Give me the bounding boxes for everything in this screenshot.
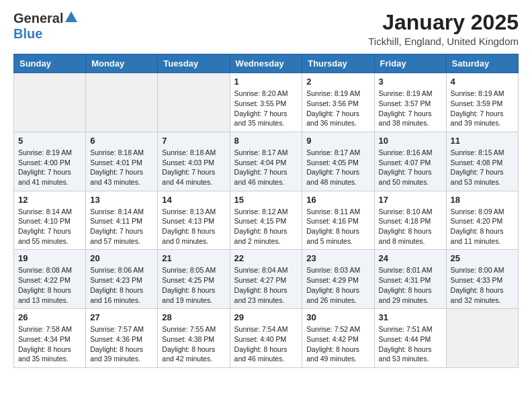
day-info: Sunrise: 7:58 AMSunset: 4:34 PMDaylight:… (18, 324, 81, 364)
day-info: Sunrise: 8:20 AMSunset: 3:55 PMDaylight:… (234, 89, 298, 128)
day-number: 5 (18, 136, 81, 146)
day-info: Sunrise: 8:15 AMSunset: 4:08 PMDaylight:… (451, 148, 514, 187)
day-number: 14 (162, 195, 225, 205)
page: General Blue January 2025 Tickhill, Engl… (0, 0, 532, 379)
calendar-day-cell: 19Sunrise: 8:08 AMSunset: 4:22 PMDayligh… (14, 250, 86, 309)
day-info: Sunrise: 7:52 AMSunset: 4:42 PMDaylight:… (306, 324, 369, 364)
week-row-5: 26Sunrise: 7:58 AMSunset: 4:34 PMDayligh… (14, 309, 519, 368)
day-number: 31 (379, 312, 442, 322)
day-number: 17 (379, 195, 442, 205)
month-title: January 2025 (368, 11, 519, 34)
calendar-day-cell: 21Sunrise: 8:05 AMSunset: 4:25 PMDayligh… (158, 250, 230, 309)
day-number: 22 (234, 253, 298, 263)
day-number: 29 (234, 312, 298, 322)
calendar-day-cell: 5Sunrise: 8:19 AMSunset: 4:00 PMDaylight… (14, 132, 86, 191)
day-number: 25 (451, 253, 514, 263)
day-number: 10 (379, 136, 442, 146)
calendar-day-cell (158, 73, 230, 132)
day-number: 19 (18, 253, 81, 263)
calendar-day-cell: 4Sunrise: 8:19 AMSunset: 3:59 PMDaylight… (446, 73, 518, 132)
calendar-day-cell: 24Sunrise: 8:01 AMSunset: 4:31 PMDayligh… (374, 250, 446, 309)
day-info: Sunrise: 8:18 AMSunset: 4:01 PMDaylight:… (90, 148, 153, 187)
calendar-day-cell: 31Sunrise: 7:51 AMSunset: 4:44 PMDayligh… (374, 309, 446, 368)
day-number: 12 (18, 195, 81, 205)
day-info: Sunrise: 8:12 AMSunset: 4:15 PMDaylight:… (234, 207, 298, 246)
day-number: 3 (379, 77, 442, 87)
calendar-day-cell: 28Sunrise: 7:55 AMSunset: 4:38 PMDayligh… (158, 309, 230, 368)
calendar-day-cell: 9Sunrise: 8:17 AMSunset: 4:05 PMDaylight… (302, 132, 374, 191)
day-info: Sunrise: 7:55 AMSunset: 4:38 PMDaylight:… (162, 324, 225, 364)
calendar-day-cell: 14Sunrise: 8:13 AMSunset: 4:13 PMDayligh… (158, 191, 230, 250)
day-info: Sunrise: 8:19 AMSunset: 3:56 PMDaylight:… (306, 89, 369, 128)
day-number: 27 (90, 312, 153, 322)
calendar-day-cell: 12Sunrise: 8:14 AMSunset: 4:10 PMDayligh… (14, 191, 86, 250)
day-info: Sunrise: 8:10 AMSunset: 4:18 PMDaylight:… (379, 207, 442, 246)
day-number: 28 (162, 312, 225, 322)
day-number: 30 (306, 312, 369, 322)
calendar-day-cell (446, 309, 518, 368)
day-info: Sunrise: 8:19 AMSunset: 3:57 PMDaylight:… (379, 89, 442, 128)
day-info: Sunrise: 8:06 AMSunset: 4:23 PMDaylight:… (90, 265, 153, 305)
day-info: Sunrise: 8:04 AMSunset: 4:27 PMDaylight:… (234, 265, 298, 305)
day-number: 2 (306, 77, 369, 87)
calendar-day-cell: 6Sunrise: 8:18 AMSunset: 4:01 PMDaylight… (86, 132, 158, 191)
day-number: 6 (90, 136, 153, 146)
svg-marker-0 (65, 11, 77, 22)
day-number: 16 (306, 195, 369, 205)
calendar-day-cell: 2Sunrise: 8:19 AMSunset: 3:56 PMDaylight… (302, 73, 374, 132)
calendar-day-cell: 18Sunrise: 8:09 AMSunset: 4:20 PMDayligh… (446, 191, 518, 250)
day-info: Sunrise: 8:14 AMSunset: 4:11 PMDaylight:… (90, 207, 153, 246)
logo-blue: Blue (13, 26, 42, 41)
logo: General Blue (13, 11, 77, 42)
calendar-day-cell: 29Sunrise: 7:54 AMSunset: 4:40 PMDayligh… (230, 309, 302, 368)
calendar-day-cell: 11Sunrise: 8:15 AMSunset: 4:08 PMDayligh… (446, 132, 518, 191)
logo-general: General (13, 11, 63, 26)
day-number: 23 (306, 253, 369, 263)
day-info: Sunrise: 8:11 AMSunset: 4:16 PMDaylight:… (306, 207, 369, 246)
day-info: Sunrise: 8:05 AMSunset: 4:25 PMDaylight:… (162, 265, 225, 305)
calendar-day-cell: 26Sunrise: 7:58 AMSunset: 4:34 PMDayligh… (14, 309, 86, 368)
day-number: 15 (234, 195, 298, 205)
calendar-day-cell: 1Sunrise: 8:20 AMSunset: 3:55 PMDaylight… (230, 73, 302, 132)
calendar-day-cell: 25Sunrise: 8:00 AMSunset: 4:33 PMDayligh… (446, 250, 518, 309)
day-info: Sunrise: 8:08 AMSunset: 4:22 PMDaylight:… (18, 265, 81, 305)
day-number: 8 (234, 136, 298, 146)
calendar-day-cell: 16Sunrise: 8:11 AMSunset: 4:16 PMDayligh… (302, 191, 374, 250)
calendar-day-cell: 10Sunrise: 8:16 AMSunset: 4:07 PMDayligh… (374, 132, 446, 191)
calendar-day-cell: 20Sunrise: 8:06 AMSunset: 4:23 PMDayligh… (86, 250, 158, 309)
day-number: 13 (90, 195, 153, 205)
day-info: Sunrise: 7:54 AMSunset: 4:40 PMDaylight:… (234, 324, 298, 364)
day-info: Sunrise: 8:17 AMSunset: 4:04 PMDaylight:… (234, 148, 298, 187)
day-number: 4 (451, 77, 514, 87)
calendar-day-cell: 22Sunrise: 8:04 AMSunset: 4:27 PMDayligh… (230, 250, 302, 309)
day-info: Sunrise: 8:19 AMSunset: 4:00 PMDaylight:… (18, 148, 81, 187)
day-info: Sunrise: 8:09 AMSunset: 4:20 PMDaylight:… (451, 207, 514, 246)
day-number: 18 (451, 195, 514, 205)
header-monday: Monday (86, 54, 158, 73)
day-info: Sunrise: 8:03 AMSunset: 4:29 PMDaylight:… (306, 265, 369, 305)
day-info: Sunrise: 7:51 AMSunset: 4:44 PMDaylight:… (379, 324, 442, 364)
day-info: Sunrise: 7:57 AMSunset: 4:36 PMDaylight:… (90, 324, 153, 364)
calendar-day-cell (86, 73, 158, 132)
title-block: January 2025 Tickhill, England, United K… (368, 11, 519, 47)
day-info: Sunrise: 8:01 AMSunset: 4:31 PMDaylight:… (379, 265, 442, 305)
calendar-day-cell: 30Sunrise: 7:52 AMSunset: 4:42 PMDayligh… (302, 309, 374, 368)
header-friday: Friday (374, 54, 446, 73)
day-info: Sunrise: 8:00 AMSunset: 4:33 PMDaylight:… (451, 265, 514, 305)
day-number: 26 (18, 312, 81, 322)
day-info: Sunrise: 8:14 AMSunset: 4:10 PMDaylight:… (18, 207, 81, 246)
calendar-day-cell: 15Sunrise: 8:12 AMSunset: 4:15 PMDayligh… (230, 191, 302, 250)
day-info: Sunrise: 8:16 AMSunset: 4:07 PMDaylight:… (379, 148, 442, 187)
header-sunday: Sunday (14, 54, 86, 73)
day-number: 7 (162, 136, 225, 146)
calendar-day-cell: 13Sunrise: 8:14 AMSunset: 4:11 PMDayligh… (86, 191, 158, 250)
location: Tickhill, England, United Kingdom (368, 36, 519, 47)
header-saturday: Saturday (446, 54, 518, 73)
day-info: Sunrise: 8:18 AMSunset: 4:03 PMDaylight:… (162, 148, 225, 187)
day-number: 1 (234, 77, 298, 87)
week-row-3: 12Sunrise: 8:14 AMSunset: 4:10 PMDayligh… (14, 191, 519, 250)
calendar-day-cell: 3Sunrise: 8:19 AMSunset: 3:57 PMDaylight… (374, 73, 446, 132)
header-wednesday: Wednesday (230, 54, 302, 73)
calendar-day-cell: 23Sunrise: 8:03 AMSunset: 4:29 PMDayligh… (302, 250, 374, 309)
day-number: 20 (90, 253, 153, 263)
